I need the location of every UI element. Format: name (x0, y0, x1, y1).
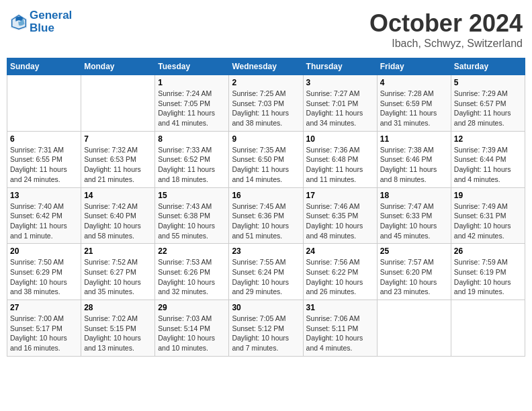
day-number: 16 (232, 191, 300, 200)
calendar-table: SundayMondayTuesdayWednesdayThursdayFrid… (7, 58, 525, 357)
calendar-cell: 25Sunrise: 7:57 AM Sunset: 6:20 PM Dayli… (377, 244, 451, 300)
day-info: Sunrise: 7:32 AM Sunset: 6:53 PM Dayligh… (84, 145, 152, 185)
weekday-header-tuesday: Tuesday (155, 58, 229, 75)
day-info: Sunrise: 7:25 AM Sunset: 7:03 PM Dayligh… (232, 89, 300, 128)
calendar-cell (81, 75, 155, 132)
calendar-cell: 5Sunrise: 7:29 AM Sunset: 6:57 PM Daylig… (451, 75, 525, 132)
day-info: Sunrise: 7:29 AM Sunset: 6:57 PM Dayligh… (454, 89, 522, 128)
calendar-cell: 15Sunrise: 7:43 AM Sunset: 6:38 PM Dayli… (155, 187, 229, 244)
logo-icon (9, 13, 28, 32)
weekday-header-sunday: Sunday (7, 58, 81, 75)
day-info: Sunrise: 7:52 AM Sunset: 6:27 PM Dayligh… (84, 257, 152, 297)
logo-line2: Blue (30, 22, 72, 35)
day-number: 10 (306, 134, 374, 144)
calendar-cell: 20Sunrise: 7:50 AM Sunset: 6:29 PM Dayli… (7, 244, 81, 300)
day-number: 28 (84, 303, 152, 312)
weekday-header-wednesday: Wednesday (229, 58, 303, 75)
day-number: 18 (380, 191, 448, 200)
day-number: 20 (10, 246, 78, 256)
day-info: Sunrise: 7:38 AM Sunset: 6:46 PM Dayligh… (380, 145, 448, 185)
calendar-cell: 16Sunrise: 7:45 AM Sunset: 6:36 PM Dayli… (229, 187, 303, 244)
day-number: 11 (380, 134, 448, 144)
day-number: 26 (454, 246, 522, 256)
day-info: Sunrise: 7:39 AM Sunset: 6:44 PM Dayligh… (454, 145, 522, 185)
week-row-1: 1Sunrise: 7:24 AM Sunset: 7:05 PM Daylig… (7, 75, 525, 132)
day-number: 1 (158, 78, 226, 87)
logo: General Blue (9, 9, 72, 34)
week-row-3: 13Sunrise: 7:40 AM Sunset: 6:42 PM Dayli… (7, 187, 525, 244)
day-number: 24 (306, 246, 374, 256)
day-number: 7 (84, 134, 152, 144)
day-info: Sunrise: 7:43 AM Sunset: 6:38 PM Dayligh… (158, 201, 226, 241)
day-number: 3 (306, 78, 374, 87)
calendar-cell (377, 300, 451, 357)
day-number: 6 (10, 134, 78, 144)
day-info: Sunrise: 7:42 AM Sunset: 6:40 PM Dayligh… (84, 201, 152, 241)
day-number: 5 (454, 78, 522, 87)
day-number: 31 (306, 303, 374, 312)
calendar-cell: 23Sunrise: 7:55 AM Sunset: 6:24 PM Dayli… (229, 244, 303, 300)
day-info: Sunrise: 7:33 AM Sunset: 6:52 PM Dayligh… (158, 145, 226, 185)
month-title: October 2024 (369, 9, 523, 38)
calendar-cell: 24Sunrise: 7:56 AM Sunset: 6:22 PM Dayli… (303, 244, 377, 300)
day-number: 25 (380, 246, 448, 256)
day-info: Sunrise: 7:24 AM Sunset: 7:05 PM Dayligh… (158, 89, 226, 128)
day-number: 8 (158, 134, 226, 144)
day-number: 9 (232, 134, 300, 144)
title-block: October 2024 Ibach, Schwyz, Switzerland (369, 9, 523, 50)
calendar-cell: 30Sunrise: 7:05 AM Sunset: 5:12 PM Dayli… (229, 300, 303, 357)
logo-line1: General (30, 9, 72, 22)
calendar-cell: 22Sunrise: 7:53 AM Sunset: 6:26 PM Dayli… (155, 244, 229, 300)
weekday-header-thursday: Thursday (303, 58, 377, 75)
day-number: 4 (380, 78, 448, 87)
calendar-cell: 9Sunrise: 7:35 AM Sunset: 6:50 PM Daylig… (229, 131, 303, 187)
calendar-cell: 7Sunrise: 7:32 AM Sunset: 6:53 PM Daylig… (81, 131, 155, 187)
day-info: Sunrise: 7:56 AM Sunset: 6:22 PM Dayligh… (306, 257, 374, 297)
day-info: Sunrise: 7:31 AM Sunset: 6:55 PM Dayligh… (10, 145, 78, 185)
day-info: Sunrise: 7:35 AM Sunset: 6:50 PM Dayligh… (232, 145, 300, 185)
day-info: Sunrise: 7:27 AM Sunset: 7:01 PM Dayligh… (306, 89, 374, 128)
calendar-cell: 8Sunrise: 7:33 AM Sunset: 6:52 PM Daylig… (155, 131, 229, 187)
page-header: General Blue October 2024 Ibach, Schwyz,… (7, 7, 525, 52)
day-info: Sunrise: 7:00 AM Sunset: 5:17 PM Dayligh… (10, 314, 78, 353)
weekday-header-row: SundayMondayTuesdayWednesdayThursdayFrid… (7, 58, 525, 75)
week-row-4: 20Sunrise: 7:50 AM Sunset: 6:29 PM Dayli… (7, 244, 525, 300)
day-number: 30 (232, 303, 300, 312)
day-info: Sunrise: 7:59 AM Sunset: 6:19 PM Dayligh… (454, 257, 522, 297)
day-info: Sunrise: 7:06 AM Sunset: 5:11 PM Dayligh… (306, 314, 374, 353)
calendar-cell: 17Sunrise: 7:46 AM Sunset: 6:35 PM Dayli… (303, 187, 377, 244)
day-number: 15 (158, 191, 226, 200)
calendar-cell: 11Sunrise: 7:38 AM Sunset: 6:46 PM Dayli… (377, 131, 451, 187)
day-info: Sunrise: 7:46 AM Sunset: 6:35 PM Dayligh… (306, 201, 374, 241)
calendar-cell: 18Sunrise: 7:47 AM Sunset: 6:33 PM Dayli… (377, 187, 451, 244)
week-row-2: 6Sunrise: 7:31 AM Sunset: 6:55 PM Daylig… (7, 131, 525, 187)
calendar-cell: 1Sunrise: 7:24 AM Sunset: 7:05 PM Daylig… (155, 75, 229, 132)
day-info: Sunrise: 7:05 AM Sunset: 5:12 PM Dayligh… (232, 314, 300, 353)
calendar-cell: 21Sunrise: 7:52 AM Sunset: 6:27 PM Dayli… (81, 244, 155, 300)
day-info: Sunrise: 7:36 AM Sunset: 6:48 PM Dayligh… (306, 145, 374, 185)
day-info: Sunrise: 7:03 AM Sunset: 5:14 PM Dayligh… (158, 314, 226, 353)
day-info: Sunrise: 7:53 AM Sunset: 6:26 PM Dayligh… (158, 257, 226, 297)
day-info: Sunrise: 7:02 AM Sunset: 5:15 PM Dayligh… (84, 314, 152, 353)
day-number: 17 (306, 191, 374, 200)
weekday-header-monday: Monday (81, 58, 155, 75)
calendar-cell: 2Sunrise: 7:25 AM Sunset: 7:03 PM Daylig… (229, 75, 303, 132)
calendar-cell (451, 300, 525, 357)
day-number: 13 (10, 191, 78, 200)
day-info: Sunrise: 7:28 AM Sunset: 6:59 PM Dayligh… (380, 89, 448, 128)
day-info: Sunrise: 7:40 AM Sunset: 6:42 PM Dayligh… (10, 201, 78, 241)
day-number: 2 (232, 78, 300, 87)
day-number: 12 (454, 134, 522, 144)
day-info: Sunrise: 7:50 AM Sunset: 6:29 PM Dayligh… (10, 257, 78, 297)
calendar-cell: 6Sunrise: 7:31 AM Sunset: 6:55 PM Daylig… (7, 131, 81, 187)
calendar-cell: 19Sunrise: 7:49 AM Sunset: 6:31 PM Dayli… (451, 187, 525, 244)
day-number: 19 (454, 191, 522, 200)
calendar-cell: 13Sunrise: 7:40 AM Sunset: 6:42 PM Dayli… (7, 187, 81, 244)
day-number: 29 (158, 303, 226, 312)
calendar-cell: 29Sunrise: 7:03 AM Sunset: 5:14 PM Dayli… (155, 300, 229, 357)
day-info: Sunrise: 7:45 AM Sunset: 6:36 PM Dayligh… (232, 201, 300, 241)
calendar-cell: 4Sunrise: 7:28 AM Sunset: 6:59 PM Daylig… (377, 75, 451, 132)
day-number: 23 (232, 246, 300, 256)
weekday-header-friday: Friday (377, 58, 451, 75)
calendar-cell (7, 75, 81, 132)
